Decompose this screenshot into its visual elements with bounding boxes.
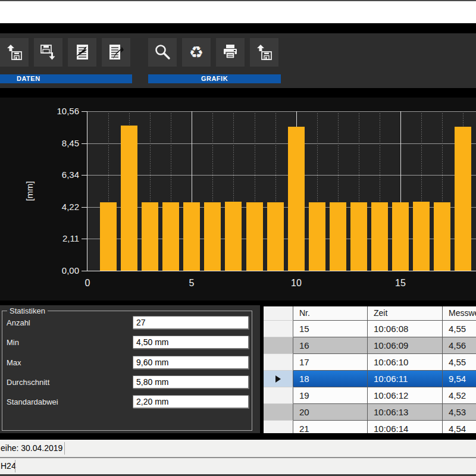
chart-bar: [121, 126, 137, 271]
cell-nr[interactable]: 18: [293, 371, 368, 387]
stat-value-anzahl[interactable]: [133, 316, 249, 329]
export-data-button[interactable]: [102, 38, 130, 67]
table-row[interactable]: 1710:06:104,55: [264, 354, 476, 371]
cell-messwert[interactable]: 4,53: [443, 404, 476, 421]
table-row[interactable]: 1610:06:094,56: [264, 337, 476, 354]
floppy-arrow-up-icon: [4, 42, 24, 62]
y-tick-label: 2,11: [20, 233, 79, 244]
cell-nr[interactable]: 15: [293, 321, 368, 337]
stat-label-anzahl: Anzahl: [7, 318, 30, 327]
cell-messwert[interactable]: 4,55: [443, 354, 476, 371]
cell-nr[interactable]: 17: [293, 354, 368, 371]
cell-zeit[interactable]: 10:06:13: [368, 404, 443, 421]
chart-bar: [371, 202, 388, 271]
statusbar-series: eihe: 30.04.2019: [0, 440, 476, 457]
x-tick-label: 10: [291, 278, 302, 289]
floppy-arrow-up-icon: [254, 42, 274, 62]
row-selector-cell[interactable]: [264, 371, 293, 387]
app-window: DATEN♻GRAFIK [mm] 0,002,114,226,348,4510…: [0, 0, 476, 476]
column-header-messwert[interactable]: Messwert: [443, 306, 476, 321]
h-gridline: [87, 111, 476, 112]
chart-bar: [267, 202, 284, 271]
statusbar-separator: [64, 442, 65, 455]
stat-value-durchschnitt[interactable]: [133, 375, 249, 389]
cell-zeit[interactable]: 10:06:09: [368, 337, 443, 354]
divider-band: [0, 88, 476, 98]
cell-messwert[interactable]: 9,54: [443, 371, 476, 387]
floppy-arrow-down-icon: [38, 42, 58, 62]
y-tick-label: 4,22: [20, 202, 79, 212]
save-graphic-button[interactable]: [250, 38, 278, 67]
column-header-nr[interactable]: Nr.: [293, 306, 368, 321]
row-selector-cell[interactable]: [264, 387, 293, 404]
chart-bar: [413, 202, 430, 271]
chart-bar: [246, 202, 263, 271]
chart-bar: [225, 202, 242, 271]
print-button[interactable]: [216, 38, 245, 67]
table-grid: Nr.ZeitMesswert1510:06:084,551610:06:094…: [264, 306, 476, 433]
statusbar-device: H24: [0, 458, 476, 474]
chart-bar: [434, 202, 450, 271]
stat-label-durchschnitt: Durchschnitt: [7, 378, 49, 387]
x-tick-label: 5: [189, 278, 195, 289]
row-selector-cell[interactable]: [264, 354, 293, 371]
chart-bar: [142, 202, 158, 271]
document-swoosh-icon: [72, 42, 92, 62]
measurement-table: Nr.ZeitMesswert1510:06:084,551610:06:094…: [264, 306, 476, 433]
cell-messwert[interactable]: 4,55: [443, 321, 476, 337]
printer-icon: [220, 42, 240, 62]
load-data-button[interactable]: [0, 38, 29, 67]
refresh-button[interactable]: ♻: [182, 38, 211, 67]
group-label-grafik: GRAFIK: [148, 74, 281, 83]
chart-bar: [455, 127, 471, 271]
row-selector-cell[interactable]: [264, 321, 293, 337]
stat-value-min[interactable]: [133, 336, 249, 349]
y-tick-mark: [82, 271, 87, 271]
zoom-button[interactable]: [148, 38, 177, 67]
table-header-row: Nr.ZeitMesswert: [264, 306, 476, 321]
table-row[interactable]: 1810:06:119,54: [264, 371, 476, 387]
h-gridline: [87, 143, 476, 144]
statusbar-separator: [15, 460, 15, 472]
column-header-zeit[interactable]: Zeit: [368, 306, 443, 321]
table-row[interactable]: 1910:06:124,52: [264, 387, 476, 404]
toolbar: DATEN♻GRAFIK: [0, 33, 476, 88]
save-data-button[interactable]: [34, 38, 62, 67]
row-selector-cell[interactable]: [264, 337, 293, 354]
plot-area: [87, 111, 476, 271]
table-row[interactable]: 1510:06:084,55: [264, 321, 476, 337]
cell-messwert[interactable]: 4,52: [443, 387, 476, 404]
delete-data-button[interactable]: [68, 38, 96, 67]
table-row[interactable]: 2110:06:144,54: [264, 421, 476, 433]
chart-bar: [204, 202, 221, 271]
chart-bar: [100, 202, 117, 271]
series-date-text: eihe: 30.04.2019: [1, 443, 62, 453]
x-tick-label: 0: [85, 278, 90, 289]
stat-value-standardabwei[interactable]: [133, 395, 249, 408]
y-tick-mark: [82, 207, 87, 208]
chart-bar: [288, 127, 305, 271]
cell-nr[interactable]: 16: [293, 337, 368, 354]
cell-messwert[interactable]: 4,54: [443, 421, 476, 433]
row-selector-cell[interactable]: [264, 421, 293, 433]
title-area: [0, 1, 476, 23]
cell-nr[interactable]: 21: [293, 421, 368, 433]
cell-zeit[interactable]: 10:06:12: [368, 387, 443, 404]
row-selector-cell[interactable]: [264, 404, 293, 421]
cell-nr[interactable]: 20: [293, 404, 368, 421]
cell-zeit[interactable]: 10:06:08: [368, 321, 443, 337]
y-axis-line: [87, 111, 87, 271]
cell-zeit[interactable]: 10:06:14: [368, 421, 443, 433]
cell-nr[interactable]: 19: [293, 387, 368, 404]
cell-zeit[interactable]: 10:06:11: [368, 371, 443, 387]
stat-value-max[interactable]: [133, 356, 249, 369]
cell-messwert[interactable]: 4,56: [443, 337, 476, 354]
y-tick-label: 8,45: [20, 138, 79, 149]
chart-bar: [330, 202, 346, 271]
group-label-daten: DATEN: [0, 74, 132, 83]
table-row[interactable]: 2010:06:134,53: [264, 404, 476, 421]
magnifier-icon: [152, 42, 173, 62]
cell-zeit[interactable]: 10:06:10: [368, 354, 443, 371]
y-tick-label: 10,56: [20, 106, 79, 117]
chart-bar: [392, 202, 409, 271]
